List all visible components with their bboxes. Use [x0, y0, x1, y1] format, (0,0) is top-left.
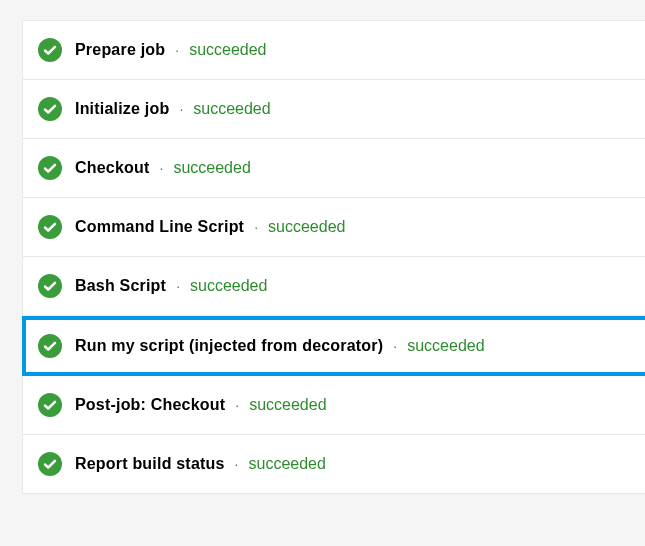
step-content: Command Line Script·succeeded	[75, 218, 345, 236]
step-content: Initialize job·succeeded	[75, 100, 271, 118]
success-check-icon	[38, 97, 62, 121]
step-row[interactable]: Prepare job·succeeded	[22, 20, 645, 80]
step-row[interactable]: Checkout·succeeded	[22, 139, 645, 198]
success-check-icon	[38, 38, 62, 62]
step-name: Initialize job	[75, 100, 169, 118]
step-row[interactable]: Report build status·succeeded	[22, 435, 645, 494]
step-content: Prepare job·succeeded	[75, 41, 267, 59]
status-badge: succeeded	[249, 396, 326, 414]
step-name: Report build status	[75, 455, 225, 473]
success-check-icon	[38, 393, 62, 417]
step-name: Command Line Script	[75, 218, 244, 236]
separator: ·	[235, 397, 239, 413]
separator: ·	[393, 338, 397, 354]
status-badge: succeeded	[248, 455, 325, 473]
separator: ·	[254, 219, 258, 235]
status-badge: succeeded	[268, 218, 345, 236]
step-name: Bash Script	[75, 277, 166, 295]
step-content: Post-job: Checkout·succeeded	[75, 396, 327, 414]
step-content: Report build status·succeeded	[75, 455, 326, 473]
step-row[interactable]: Post-job: Checkout·succeeded	[22, 376, 645, 435]
step-name: Prepare job	[75, 41, 165, 59]
step-row[interactable]: Command Line Script·succeeded	[22, 198, 645, 257]
separator: ·	[179, 101, 183, 117]
status-badge: succeeded	[190, 277, 267, 295]
success-check-icon	[38, 274, 62, 298]
step-content: Checkout·succeeded	[75, 159, 251, 177]
success-check-icon	[38, 452, 62, 476]
success-check-icon	[38, 156, 62, 180]
separator: ·	[235, 456, 239, 472]
status-badge: succeeded	[193, 100, 270, 118]
step-name: Post-job: Checkout	[75, 396, 225, 414]
separator: ·	[160, 160, 164, 176]
step-name: Run my script (injected from decorator)	[75, 337, 383, 355]
step-row[interactable]: Run my script (injected from decorator)·…	[22, 316, 645, 376]
status-badge: succeeded	[173, 159, 250, 177]
separator: ·	[176, 278, 180, 294]
step-content: Bash Script·succeeded	[75, 277, 267, 295]
step-row[interactable]: Initialize job·succeeded	[22, 80, 645, 139]
step-content: Run my script (injected from decorator)·…	[75, 337, 485, 355]
success-check-icon	[38, 334, 62, 358]
status-badge: succeeded	[189, 41, 266, 59]
separator: ·	[175, 42, 179, 58]
status-badge: succeeded	[407, 337, 484, 355]
steps-list: Prepare job·succeeded Initialize job·suc…	[22, 20, 645, 494]
success-check-icon	[38, 215, 62, 239]
step-name: Checkout	[75, 159, 150, 177]
step-row[interactable]: Bash Script·succeeded	[22, 257, 645, 316]
